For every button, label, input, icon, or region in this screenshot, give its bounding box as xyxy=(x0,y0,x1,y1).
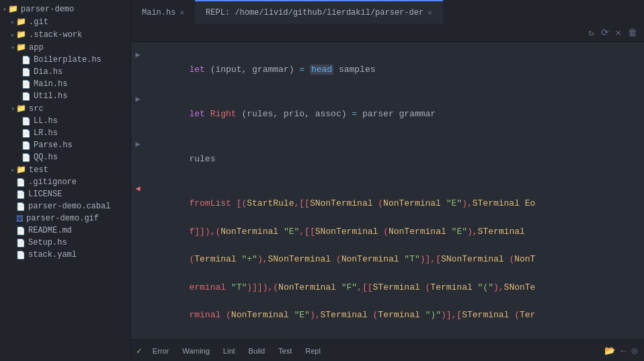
sidebar-item-label: stack.yaml xyxy=(28,250,77,259)
tab-main-hs[interactable]: Main.hs ✕ xyxy=(131,0,195,24)
sidebar-item-label: LR.hs xyxy=(34,128,58,138)
chevron-down-icon: ▾ xyxy=(11,44,15,52)
tab-bar: Main.hs ✕ REPL: /home/livid/github/lierd… xyxy=(131,0,644,24)
file-icon: 📄 xyxy=(22,68,31,77)
line-arrow-2[interactable]: ▶ xyxy=(131,92,145,104)
chevron-right-icon: ▸ xyxy=(11,31,15,39)
sidebar-item-label: Main.hs xyxy=(34,79,67,89)
folder-icon: 📁 xyxy=(16,30,26,40)
folder-icon: 📁 xyxy=(16,42,26,52)
sidebar-item-boilerplate[interactable]: 📄 Boilerplate.hs xyxy=(0,54,130,66)
sidebar-item-yaml[interactable]: 📄 stack.yaml xyxy=(0,249,130,261)
sidebar-item-label: parser-demo.gif xyxy=(26,214,99,223)
sidebar-item-util[interactable]: 📄 Util.hs xyxy=(0,90,130,102)
sidebar-item-label: Parse.hs xyxy=(34,141,73,150)
refresh-icon[interactable]: ↻ xyxy=(587,26,595,40)
file-icon: 📄 xyxy=(16,202,26,211)
line-arrow-3[interactable]: ▶ xyxy=(131,137,145,149)
sidebar-item-label: .gitignore xyxy=(28,177,77,187)
sidebar-item-ll[interactable]: 📄 LL.hs xyxy=(0,115,130,127)
line-content-1: let (input, grammar) = head samples xyxy=(145,48,644,92)
tab-label: REPL: /home/livid/github/lierdakil/parse… xyxy=(206,8,424,17)
file-icon: 📄 xyxy=(22,56,31,65)
editor-content: ▶ let (input, grammar) = head samples ▶ … xyxy=(131,42,644,339)
build-button[interactable]: Build xyxy=(243,345,270,357)
bottom-bar: ✓ Error Warning Lint Build Test Repl 📂 ←… xyxy=(131,339,644,361)
tab-label: Main.hs xyxy=(142,8,175,17)
sidebar-item-license[interactable]: 📄 LICENSE xyxy=(0,188,130,200)
sidebar-item-label: Dia.hs xyxy=(34,67,63,77)
chevron-right-icon: ▸ xyxy=(11,18,15,26)
sidebar-item-label: Util.hs xyxy=(34,91,67,101)
chevron-down-icon: ▾ xyxy=(11,105,15,113)
tab-repl[interactable]: REPL: /home/livid/github/lierdakil/parse… xyxy=(195,0,443,24)
sidebar-item-label: .stack-work xyxy=(29,30,82,40)
sidebar-item-label: parser-demo.cabal xyxy=(28,202,110,211)
sidebar-item-label: parser-demo xyxy=(21,5,74,14)
folder-icon: 📁 xyxy=(16,165,26,175)
line-content-3: rules xyxy=(145,137,644,182)
sidebar-item-label: test xyxy=(29,165,48,175)
folder-icon: 📁 xyxy=(16,104,26,114)
file-icon: 📄 xyxy=(22,92,31,101)
sidebar-item-cabal[interactable]: 📄 parser-demo.cabal xyxy=(0,200,130,212)
repl-button[interactable]: Repl xyxy=(300,345,326,357)
code-line-1: ▶ let (input, grammar) = head samples xyxy=(131,48,644,92)
line-content-4: fromList [(StartRule,[[SNonTerminal (Non… xyxy=(145,182,644,339)
sidebar-item-setup[interactable]: 📄 Setup.hs xyxy=(0,237,130,249)
sidebar-item-label: LL.hs xyxy=(34,116,58,126)
error-button[interactable]: Error xyxy=(147,345,174,357)
sidebar-item-readme[interactable]: 📄 README.md xyxy=(0,225,130,237)
sidebar-item-lr[interactable]: 📄 LR.hs xyxy=(0,127,130,139)
main-panel: Main.hs ✕ REPL: /home/livid/github/lierd… xyxy=(131,0,644,361)
sidebar-item-main[interactable]: 📄 Main.hs xyxy=(0,78,130,90)
tab-close-icon[interactable]: ✕ xyxy=(428,8,432,17)
sidebar-item-src[interactable]: ▾ 📁 src xyxy=(0,102,130,115)
status-check-icon: ✓ xyxy=(136,346,142,356)
sidebar-item-parse[interactable]: 📄 Parse.hs xyxy=(0,139,130,151)
lint-button[interactable]: Lint xyxy=(218,345,241,357)
line-arrow-1[interactable]: ▶ xyxy=(131,48,145,60)
sidebar-item-dia[interactable]: 📄 Dia.hs xyxy=(0,66,130,78)
file-icon: 📄 xyxy=(22,80,31,89)
chevron-right-icon: ▸ xyxy=(11,166,15,174)
line-content-2: let Right (rules, prio, assoc) = parser … xyxy=(145,92,644,136)
trash-icon[interactable]: 🗑 xyxy=(627,26,639,40)
sidebar-item-test[interactable]: ▸ 📁 test xyxy=(0,163,130,176)
test-button[interactable]: Test xyxy=(273,345,297,357)
arrow-left-icon[interactable]: ← xyxy=(619,344,627,358)
tab-close-icon[interactable]: ✕ xyxy=(179,8,184,17)
sidebar-item-gif[interactable]: 🖼 parser-demo.gif xyxy=(0,212,130,225)
sidebar-item-label: LICENSE xyxy=(28,190,62,199)
file-icon: 📄 xyxy=(22,129,31,138)
sidebar-item-label: src xyxy=(29,104,44,114)
file-icon: 📄 xyxy=(16,227,26,235)
file-icon: 📄 xyxy=(22,141,31,150)
close-icon[interactable]: ✕ xyxy=(614,26,622,40)
sidebar-item-qq[interactable]: 📄 QQ.hs xyxy=(0,151,130,163)
sidebar-item-label: .git xyxy=(29,17,48,27)
code-line-4: ◀ fromList [(StartRule,[[SNonTerminal (N… xyxy=(131,182,644,339)
repl-toolbar: ↻ ⟳ ✕ 🗑 xyxy=(131,24,644,42)
sidebar-item-app[interactable]: ▾ 📁 app xyxy=(0,41,130,54)
sidebar-item-label: README.md xyxy=(28,226,72,235)
sidebar-item-root[interactable]: ▾ 📁 parser-demo xyxy=(0,3,130,15)
folder-open-icon[interactable]: 📂 xyxy=(603,344,616,358)
warning-button[interactable]: Warning xyxy=(177,345,215,357)
code-line-2: ▶ let Right (rules, prio, assoc) = parse… xyxy=(131,92,644,136)
sidebar-item-label: app xyxy=(29,43,44,52)
line-arrow-4: ◀ xyxy=(131,182,145,194)
file-icon: 🖼 xyxy=(16,214,24,223)
sync-icon[interactable]: ⟳ xyxy=(600,26,610,40)
sidebar-item-stack-work[interactable]: ▸ 📁 .stack-work xyxy=(0,28,130,41)
target-icon[interactable]: ◎ xyxy=(631,344,639,358)
file-icon: 📄 xyxy=(16,190,26,199)
file-icon: 📄 xyxy=(16,251,26,259)
file-icon: 📄 xyxy=(16,178,26,187)
code-line-3: ▶ rules xyxy=(131,137,644,182)
file-icon: 📄 xyxy=(16,239,26,247)
sidebar-item-git[interactable]: ▸ 📁 .git xyxy=(0,15,130,28)
folder-icon: 📁 xyxy=(8,4,18,14)
file-icon: 📄 xyxy=(22,153,31,162)
sidebar-item-gitignore[interactable]: 📄 .gitignore xyxy=(0,176,130,188)
